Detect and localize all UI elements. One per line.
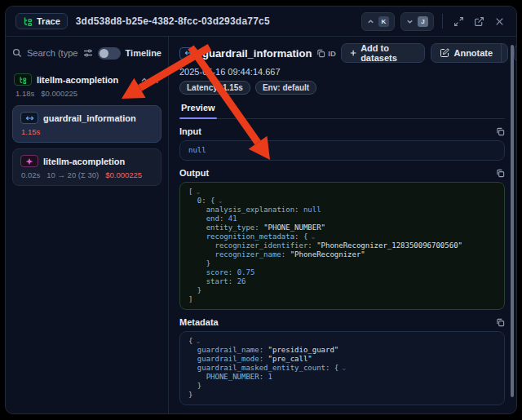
annotate-split-button: Annotate: [431, 43, 508, 63]
node-name: litellm-acompletion: [43, 157, 125, 166]
node-latency: 0.02s: [21, 170, 40, 179]
copy-id-button[interactable]: ID: [316, 49, 336, 58]
metadata-section-title: Metadata: [179, 317, 219, 327]
trace-tree-sidebar: Timeline litellm-acompletion: [6, 37, 169, 413]
page-title: guardrail_information: [202, 47, 312, 60]
nav-next-button[interactable]: J: [400, 12, 434, 31]
copy-icon[interactable]: [496, 127, 505, 136]
tree-node-guardrail-information[interactable]: guardrail_information 1.15s: [12, 105, 161, 143]
expand-button[interactable]: [451, 14, 466, 29]
comments-button[interactable]: [514, 43, 517, 63]
search-icon: [12, 48, 22, 58]
trace-tree-icon: [23, 16, 33, 26]
span-arrows-icon: [20, 112, 38, 124]
close-button[interactable]: [492, 14, 507, 29]
node-name: guardrail_information: [43, 113, 136, 123]
trace-node-icon: [14, 73, 32, 86]
latency-badge: Latency: 1.15s: [179, 81, 250, 95]
observation-timestamp: 2025-05-16 09:44:14.667: [179, 67, 505, 77]
node-cost: $0.000225: [105, 170, 142, 179]
tab-preview[interactable]: Preview: [179, 100, 217, 118]
annotate-label: Annotate: [453, 48, 493, 58]
input-section-title: Input: [179, 126, 201, 136]
id-label: ID: [328, 49, 336, 58]
add-to-datasets-label: Add to datasets: [361, 43, 416, 63]
collapse-all-icon[interactable]: [152, 76, 160, 84]
root-cost: $0.000225: [41, 89, 77, 98]
copy-icon[interactable]: [496, 169, 505, 178]
detail-tabs: Preview: [179, 100, 505, 119]
trace-type-badge: Trace: [15, 13, 68, 29]
copy-icon: [316, 49, 325, 58]
trace-detail-dialog: Trace 3dd538d8-b25e-4382-8fcc-03d293da77…: [5, 6, 517, 414]
span-arrows-icon: [179, 47, 197, 60]
toggle-knob: [100, 49, 108, 58]
copy-icon[interactable]: [496, 318, 505, 327]
output-section-title: Output: [179, 168, 209, 178]
topbar-divider: [442, 14, 443, 29]
keycap-k: K: [378, 16, 389, 27]
metadata-json-view: { ⌄ guardrail_name: "presidio_guard" gua…: [179, 331, 505, 405]
node-latency: 1.15s: [21, 127, 40, 136]
filter-sliders-icon[interactable]: [83, 48, 93, 58]
expand-icon: [453, 16, 464, 27]
trace-id: 3dd538d8-b25e-4382-8fcc-03d293da77c5: [76, 15, 270, 27]
observation-detail-panel: guardrail_information ID Add to datasets: [170, 37, 516, 413]
annotate-button[interactable]: Annotate: [431, 44, 501, 62]
open-in-new-button[interactable]: [471, 14, 486, 29]
output-json-view: [ ⌄ 0: { ⌄ analysis_explanation: null en…: [179, 182, 505, 310]
env-badge: Env: default: [255, 81, 316, 95]
root-latency: 1.18s: [15, 89, 34, 98]
timeline-label: Timeline: [126, 48, 161, 58]
topbar: Trace 3dd538d8-b25e-4382-8fcc-03d293da77…: [6, 7, 516, 37]
annotate-pencil-icon: [440, 48, 449, 58]
open-in-new-icon: [474, 16, 484, 27]
chevron-down-icon: [406, 18, 414, 25]
nav-previous-button[interactable]: K: [361, 12, 395, 31]
observation-tree: litellm-acompletion 1.18s $0.000225: [12, 72, 161, 186]
input-json-view: null: [179, 140, 505, 161]
close-icon: [494, 16, 505, 27]
tree-node-litellm-acompletion[interactable]: litellm-acompletion 0.02s 10 → 20 (Σ 30)…: [12, 148, 161, 186]
screenshot-stage: Trace 3dd538d8-b25e-4382-8fcc-03d293da77…: [0, 0, 522, 420]
timeline-toggle[interactable]: [98, 47, 121, 60]
scrollbar-thumb[interactable]: [511, 45, 514, 397]
trace-badge-label: Trace: [37, 16, 60, 26]
root-trace-name: litellm-acompletion: [37, 75, 118, 85]
search-input[interactable]: [27, 48, 78, 58]
keycap-j: J: [418, 16, 428, 27]
annotate-dropdown-button[interactable]: [501, 44, 508, 62]
chevron-up-icon[interactable]: [140, 76, 148, 84]
plus-icon: [350, 49, 356, 57]
add-to-datasets-button[interactable]: Add to datasets: [341, 43, 426, 63]
generation-sparkle-icon: [20, 155, 38, 167]
chevron-up-icon: [367, 18, 374, 25]
tree-root-row[interactable]: litellm-acompletion 1.18s $0.000225: [12, 72, 161, 99]
node-token-usage: 10 → 20 (Σ 30): [46, 170, 99, 179]
